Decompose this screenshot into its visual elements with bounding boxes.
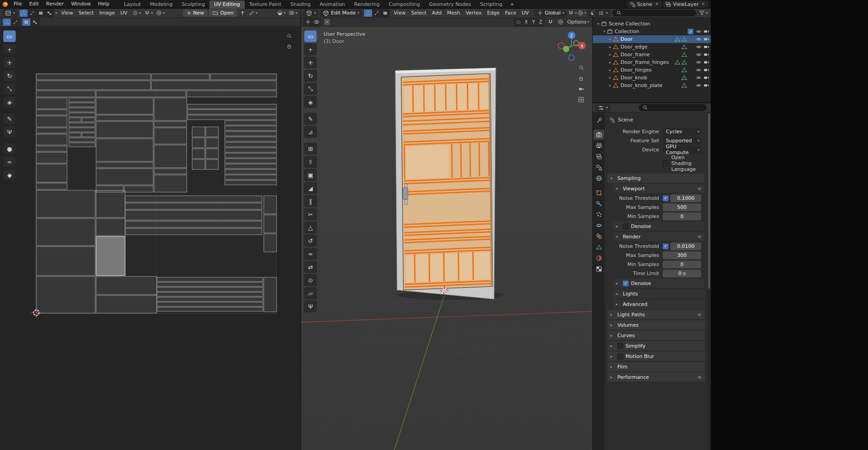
- vp-selmodes-face-select-icon[interactable]: [381, 10, 389, 17]
- value-field-min-samples[interactable]: 0: [663, 261, 701, 268]
- outliner-row-door-knob-plate[interactable]: ▸Door_knob_plate: [593, 82, 711, 89]
- checkbox-noise-threshold[interactable]: ✓: [663, 195, 669, 201]
- panel-header-viewport[interactable]: ▾Viewport≡: [613, 184, 705, 193]
- mirror-x-toggle[interactable]: X: [523, 19, 530, 25]
- render-visibility-camera-icon[interactable]: [703, 52, 709, 58]
- zoom-icon[interactable]: [286, 33, 292, 39]
- value-field-max-samples[interactable]: 500: [663, 203, 701, 211]
- workspace-tab-texture-paint[interactable]: Texture Paint: [245, 0, 286, 9]
- properties-tab-object[interactable]: [593, 188, 604, 198]
- checkbox-motion-blur[interactable]: [617, 353, 623, 359]
- disclosure-icon[interactable]: ▾: [596, 22, 601, 26]
- uv-sticky-modes2-island-select-icon[interactable]: [31, 19, 39, 26]
- viewport-canvas[interactable]: [301, 27, 592, 450]
- panel-header-motion-blur[interactable]: ▸Motion Blur: [607, 352, 705, 361]
- tool-inset[interactable]: ▣: [304, 169, 317, 181]
- panel-header-volumes[interactable]: ▸Volumes: [607, 320, 705, 329]
- properties-tab-scene[interactable]: [593, 162, 604, 172]
- tool-rip-region[interactable]: Ψ: [304, 300, 317, 312]
- mirror-icon[interactable]: [514, 19, 523, 26]
- tool-scale[interactable]: ⤡: [304, 83, 317, 95]
- tool-select-box[interactable]: ▭: [3, 30, 16, 42]
- properties-search-input[interactable]: [650, 105, 703, 111]
- toggle-ortho-icon[interactable]: [578, 97, 584, 103]
- render-visibility-camera-icon[interactable]: [703, 36, 709, 42]
- show-overlays-icon[interactable]: [312, 19, 320, 26]
- pin-image-icon[interactable]: [238, 10, 247, 17]
- uv-selected-island[interactable]: [96, 237, 125, 276]
- tool-bevel[interactable]: ◢: [304, 182, 317, 194]
- tool-add-cube[interactable]: ⊞: [304, 143, 317, 155]
- tool-grab[interactable]: ●: [3, 143, 16, 155]
- visibility-eye-icon[interactable]: [696, 52, 702, 58]
- uv-canvas[interactable]: [0, 27, 301, 450]
- uv-sticky-modes-edge-select-icon[interactable]: [11, 19, 19, 26]
- workspace-tab-scripting[interactable]: Scripting: [475, 0, 507, 9]
- mode-dropdown[interactable]: Edit Mode▾: [320, 10, 362, 17]
- gizmo-minus-z-axis[interactable]: [569, 55, 575, 61]
- pivot-point-dropdown[interactable]: ▾: [131, 10, 142, 17]
- tool-rotate[interactable]: ↻: [3, 70, 16, 82]
- select-feature-set[interactable]: Supported▾: [663, 137, 701, 145]
- panel-header-simplify[interactable]: ▸Simplify: [607, 341, 705, 350]
- visibility-eye-icon[interactable]: [696, 29, 702, 34]
- menu-window[interactable]: Window: [68, 1, 94, 7]
- tool-transform[interactable]: ◈: [304, 96, 317, 108]
- outliner-row-door-frame[interactable]: ▸Door_frame: [593, 51, 711, 58]
- pan-hand-icon[interactable]: [286, 43, 292, 49]
- properties-tab-modifiers[interactable]: [593, 198, 604, 208]
- tool-move[interactable]: ✛: [304, 57, 317, 68]
- properties-tab-render[interactable]: [593, 130, 604, 140]
- outliner-row-collection[interactable]: ▾Collection✓: [593, 28, 711, 35]
- menu-edit[interactable]: Edit: [25, 1, 42, 7]
- disclosure-icon[interactable]: ▸: [607, 76, 613, 80]
- workspace-tab-sculpting[interactable]: Sculpting: [177, 0, 209, 9]
- outliner-row-door-frame-hinges[interactable]: ▸Door_frame_hinges: [593, 58, 711, 66]
- tool-poly-build[interactable]: △: [304, 222, 317, 233]
- outliner-search-input[interactable]: [624, 10, 693, 16]
- disclosure-icon[interactable]: ▸: [607, 68, 613, 72]
- viewlayer-remove-icon[interactable]: ✕: [700, 2, 706, 6]
- checkbox-denoise[interactable]: ✓: [623, 281, 629, 286]
- vp-menu-view[interactable]: View: [391, 10, 408, 16]
- workspace-tab-compositing[interactable]: Compositing: [384, 0, 425, 9]
- workspace-tab-geometry-nodes[interactable]: Geometry Nodes: [424, 0, 475, 9]
- visibility-eye-icon[interactable]: [696, 82, 702, 88]
- snap-toggle-dropdown[interactable]: ▾: [568, 10, 577, 17]
- properties-tab-particles[interactable]: [593, 209, 604, 219]
- disclosure-icon[interactable]: ▸: [607, 45, 613, 49]
- proportional-widget-icon[interactable]: [557, 19, 565, 26]
- panel-header-curves[interactable]: ▸Curves: [607, 331, 705, 340]
- uv-selmodes-edge-select-icon[interactable]: [28, 10, 36, 17]
- properties-tab-tool[interactable]: [593, 115, 604, 125]
- xray-toggle-icon[interactable]: [323, 19, 331, 26]
- mirror-y-toggle[interactable]: Y: [530, 19, 537, 25]
- tool-transform[interactable]: ◈: [3, 96, 16, 108]
- tool-extrude[interactable]: ⇧: [304, 156, 317, 168]
- uv-menu-select[interactable]: Select: [76, 10, 97, 16]
- uv-sticky-modes-vertex-select-icon[interactable]: [3, 19, 11, 26]
- uv-sticky-modes2-face-select-icon[interactable]: [22, 19, 30, 26]
- tool-spin[interactable]: ↺: [304, 235, 317, 247]
- workspace-tab-layout[interactable]: Layout: [119, 0, 145, 9]
- snap-dropdown[interactable]: ▾: [143, 10, 154, 17]
- render-visibility-camera-icon[interactable]: [703, 29, 709, 34]
- tool-shear[interactable]: ▱: [304, 287, 317, 299]
- viewlayer-selector[interactable]: ViewLayer ✕: [663, 1, 708, 8]
- uv-selmodes-island-select-icon[interactable]: [45, 10, 53, 17]
- uv-menu-uv[interactable]: UV: [118, 10, 131, 16]
- checkbox-open-shading-language[interactable]: [663, 160, 669, 166]
- properties-tab-object-data[interactable]: [593, 242, 604, 252]
- vp-menu-face[interactable]: Face: [502, 10, 519, 16]
- select-device[interactable]: GPU Compute▾: [663, 146, 701, 154]
- checkbox-denoise[interactable]: [623, 223, 629, 229]
- proportional-editing-toggle[interactable]: ▾: [578, 10, 586, 17]
- door-mesh[interactable]: [401, 73, 493, 290]
- properties-scrollbar[interactable]: [708, 112, 711, 450]
- tool-scale[interactable]: ⤡: [3, 83, 16, 95]
- panel-header-denoise[interactable]: ▸✓Denoise: [613, 279, 705, 288]
- open-image-button[interactable]: Open: [209, 10, 237, 17]
- properties-tab-output[interactable]: [593, 140, 604, 150]
- checkbox-simplify[interactable]: [617, 343, 623, 349]
- visibility-eye-icon[interactable]: [696, 75, 702, 81]
